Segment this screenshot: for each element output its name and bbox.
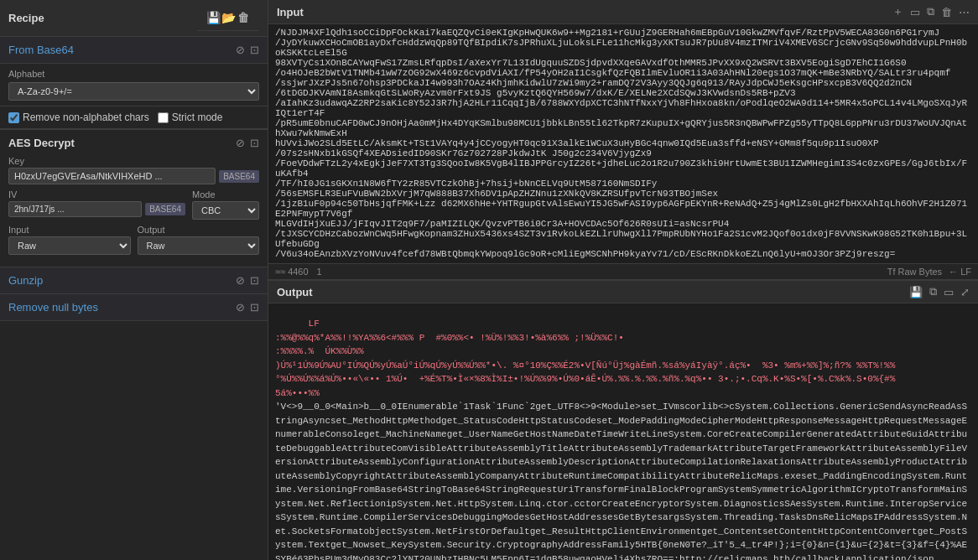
- remove-null-remove-icon[interactable]: ⊡: [250, 301, 259, 314]
- remove-null-item: Remove null bytes ⊘ ⊡: [0, 294, 268, 321]
- remove-gunzip-icon[interactable]: ⊡: [250, 274, 259, 287]
- output-panel: Output 💾 ⧉ ▭ ⤢ LF :%%@%%q%*A%%!!%YA%%6<#…: [268, 281, 978, 560]
- recipe-header: Recipe 💾 📂 🗑: [0, 0, 268, 37]
- aes-title-row: AES Decrypt ⊘ ⊡: [8, 137, 259, 149]
- iv-input[interactable]: [8, 201, 142, 217]
- gunzip-item: Gunzip ⊘ ⊡: [0, 267, 268, 294]
- delete-recipe-icon[interactable]: 🗑: [236, 10, 251, 25]
- aes-title: AES Decrypt: [8, 137, 75, 149]
- output-encoding-label: Output: [138, 225, 260, 235]
- remove-aes-icon[interactable]: ⊡: [250, 137, 259, 149]
- iv-label: IV: [8, 189, 185, 200]
- iv-input-row: BASE64: [8, 201, 185, 217]
- output-panel-header: Output 💾 ⧉ ▭ ⤢: [268, 281, 978, 303]
- iv-col: IV BASE64: [8, 189, 185, 220]
- output-save-icon[interactable]: 💾: [909, 286, 923, 298]
- input-footer-left: ≈≈ 4460 1: [275, 267, 322, 277]
- remove-null-label: Remove null bytes: [8, 301, 98, 314]
- disable-from-base64-icon[interactable]: ⊘: [236, 44, 245, 56]
- from-base64-label: From Base64: [8, 44, 74, 56]
- save-recipe-icon[interactable]: 💾: [205, 10, 221, 25]
- output-panel-icons: 💾 ⧉ ▭ ⤢: [909, 285, 970, 298]
- input-col: Input Raw: [8, 225, 131, 255]
- from-base64-item: From Base64 ⊘ ⊡: [0, 37, 268, 64]
- input-window-icon[interactable]: ▭: [910, 6, 920, 18]
- disable-gunzip-icon[interactable]: ⊘: [236, 274, 245, 287]
- input-panel-icons: ＋ ▭ ⧉ 🗑 ⋯: [892, 4, 970, 19]
- output-text-normal: 'V<>9__0_0<Main>b__0_0IEnumerable`1Task`…: [275, 402, 967, 560]
- output-content: LF :%%@%%q%*A%%!!%YA%%6<#%%% P #%0%%<• !…: [268, 303, 978, 560]
- output-copy-icon[interactable]: ⧉: [929, 285, 937, 298]
- output-encoding-select[interactable]: Raw: [138, 236, 260, 255]
- remove-null-icons: ⊘ ⊡: [236, 301, 259, 314]
- key-input[interactable]: [8, 168, 216, 184]
- iv-encoding-badge[interactable]: BASE64: [145, 203, 185, 215]
- disable-aes-icon[interactable]: ⊘: [236, 137, 245, 149]
- remove-nonalpha-checkbox[interactable]: [8, 112, 19, 123]
- gunzip-label: Gunzip: [8, 274, 43, 287]
- right-panels: Input ＋ ▭ ⧉ 🗑 ⋯ /NJDJM4XFlQdh1soCCiDpFOc…: [268, 0, 978, 560]
- input-panel-header: Input ＋ ▭ ⧉ 🗑 ⋯: [268, 0, 978, 24]
- gunzip-icons: ⊘ ⊡: [236, 274, 259, 287]
- input-more-icon[interactable]: ⋯: [959, 6, 970, 18]
- strict-mode-label[interactable]: Strict mode: [158, 111, 223, 123]
- disable-remove-null-icon[interactable]: ⊘: [236, 301, 245, 314]
- input-panel: Input ＋ ▭ ⧉ 🗑 ⋯ /NJDJM4XFlQdh1soCCiDpFOc…: [268, 0, 978, 281]
- input-output-row: Input Raw Output Raw: [8, 225, 259, 255]
- input-encoding-select[interactable]: Raw: [8, 236, 131, 255]
- left-panel: Recipe 💾 📂 🗑 From Base64 ⊘ ⊡ Alphabet A-…: [0, 0, 268, 560]
- alphabet-label: Alphabet: [8, 69, 259, 79]
- output-expand-icon[interactable]: ▭: [944, 286, 954, 298]
- key-row: Key BASE64: [8, 156, 259, 184]
- mode-select[interactable]: CBC: [192, 201, 259, 220]
- open-recipe-icon[interactable]: 📂: [221, 10, 236, 25]
- recipe-header-icons: 💾 📂 🗑: [197, 5, 259, 31]
- input-footer-right: Tf Raw Bytes ← LF: [887, 267, 971, 277]
- input-trash-icon[interactable]: 🗑: [941, 6, 952, 18]
- output-text-red: LF :%%@%%q%*A%%!!%YA%%6<#%%% P #%0%%<• !…: [275, 319, 895, 398]
- input-panel-title: Input: [277, 6, 304, 18]
- aes-decrypt-block: AES Decrypt ⊘ ⊡ Key BASE64 IV BASE64: [0, 130, 268, 267]
- mode-col: Mode CBC: [192, 189, 259, 220]
- remove-from-base64-icon[interactable]: ⊡: [250, 44, 259, 56]
- input-footer: ≈≈ 4460 1 Tf Raw Bytes ← LF: [268, 263, 978, 279]
- checkbox-row: Remove non-alphabet chars Strict mode: [0, 106, 268, 129]
- input-add-icon[interactable]: ＋: [892, 4, 903, 19]
- alphabet-select[interactable]: A-Za-z0-9+/=: [8, 82, 259, 101]
- key-input-row: BASE64: [8, 168, 259, 184]
- output-col: Output Raw: [138, 225, 260, 255]
- mode-label: Mode: [192, 189, 259, 200]
- input-line-count: 1: [317, 267, 322, 277]
- iv-mode-row: IV BASE64 Mode CBC: [8, 189, 259, 220]
- input-content[interactable]: /NJDJM4XFlQdh1soCCiDpFOckKai7kaEQZQvCi0e…: [268, 24, 978, 263]
- input-encoding-label: Input: [8, 225, 131, 235]
- key-encoding-badge[interactable]: BASE64: [219, 170, 259, 183]
- output-panel-title: Output: [277, 286, 313, 298]
- strict-mode-checkbox[interactable]: [158, 112, 169, 123]
- input-raw-bytes: Tf Raw Bytes: [887, 267, 942, 277]
- input-lf: ← LF: [949, 267, 971, 277]
- input-char-count: ≈≈ 4460: [275, 267, 309, 277]
- from-base64-block: From Base64 ⊘ ⊡ Alphabet A-Za-z0-9+/= Re…: [0, 37, 268, 130]
- from-base64-icons: ⊘ ⊡: [236, 44, 259, 56]
- remove-nonalpha-label[interactable]: Remove non-alphabet chars: [8, 111, 149, 123]
- aes-icons: ⊘ ⊡: [236, 137, 259, 149]
- key-label: Key: [8, 156, 259, 166]
- input-split-icon[interactable]: ⧉: [927, 5, 934, 18]
- recipe-title: Recipe: [8, 12, 44, 24]
- output-fullscreen-icon[interactable]: ⤢: [960, 286, 970, 298]
